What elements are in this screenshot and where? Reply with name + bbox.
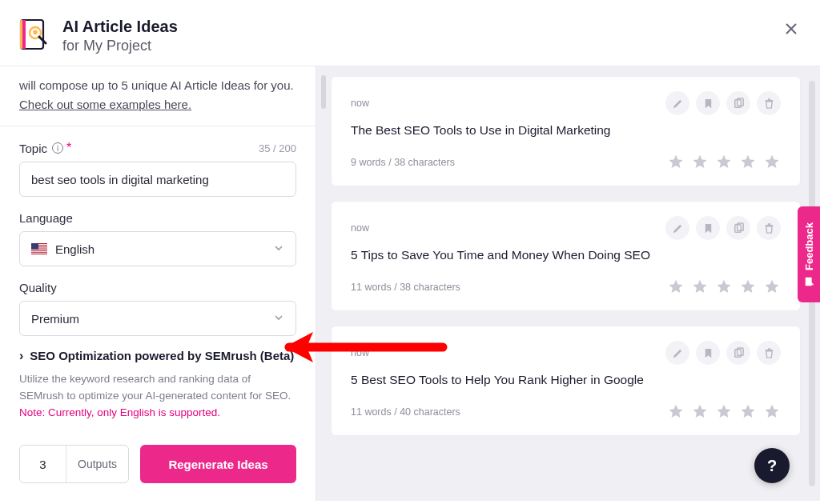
- delete-button[interactable]: [757, 341, 781, 365]
- bookmark-icon: [702, 347, 714, 359]
- trash-icon: [763, 98, 775, 110]
- star-icon[interactable]: [691, 154, 709, 171]
- copy-icon: [733, 347, 745, 359]
- page-subtitle: for My Project: [62, 38, 178, 54]
- star-icon[interactable]: [739, 278, 757, 296]
- copy-button[interactable]: [726, 216, 750, 240]
- bookmark-icon: [702, 222, 714, 234]
- copy-button[interactable]: [726, 341, 750, 365]
- rating-stars: [667, 403, 781, 421]
- result-title: 5 Tips to Save You Time and Money When D…: [351, 248, 781, 262]
- result-timestamp: now: [351, 222, 369, 234]
- required-marker: *: [66, 141, 71, 155]
- star-icon[interactable]: [715, 403, 733, 421]
- chat-icon: [803, 275, 814, 286]
- intro-text: will compose up to 5 unique AI Article I…: [0, 66, 316, 126]
- chevron-right-icon: ›: [19, 349, 23, 363]
- rating-stars: [667, 154, 781, 171]
- copy-icon: [733, 98, 745, 110]
- help-label: ?: [767, 457, 777, 475]
- star-icon[interactable]: [763, 154, 781, 171]
- chevron-down-icon: [273, 242, 284, 256]
- feedback-tab[interactable]: Feedback: [798, 206, 820, 302]
- result-card: now 5 Tips to Save You Time and Money Wh…: [331, 201, 801, 311]
- star-icon[interactable]: [667, 403, 685, 421]
- help-button[interactable]: ?: [754, 448, 790, 483]
- close-button[interactable]: [780, 18, 802, 40]
- chevron-down-icon: [273, 312, 284, 326]
- result-timestamp: now: [351, 347, 369, 358]
- outputs-box: Outputs: [19, 445, 129, 483]
- bookmark-button[interactable]: [696, 91, 720, 115]
- quality-value: Premium: [31, 312, 79, 326]
- star-icon[interactable]: [715, 154, 733, 171]
- edit-button[interactable]: [665, 341, 689, 365]
- bookmark-icon: [702, 98, 714, 110]
- language-select[interactable]: English: [19, 231, 296, 266]
- star-icon[interactable]: [691, 403, 709, 421]
- close-icon: [784, 22, 798, 36]
- regenerate-button[interactable]: Regenerate Ideas: [140, 445, 296, 483]
- left-panel: will compose up to 5 unique AI Article I…: [0, 66, 316, 501]
- delete-button[interactable]: [757, 91, 781, 115]
- copy-button[interactable]: [726, 91, 750, 115]
- pencil-icon: [672, 347, 684, 359]
- topic-input[interactable]: [19, 162, 296, 197]
- star-icon[interactable]: [739, 403, 757, 421]
- seo-title: SEO Optimization powered by SEMrush (Bet…: [30, 347, 294, 365]
- pencil-icon: [672, 222, 684, 234]
- app-logo-icon: [18, 18, 51, 51]
- result-card: now 5 Best SEO Tools to Help You Rank Hi…: [331, 326, 801, 436]
- star-icon[interactable]: [739, 154, 757, 171]
- flag-us-icon: [31, 243, 47, 254]
- star-icon[interactable]: [763, 278, 781, 296]
- result-meta: 11 words / 38 characters: [351, 282, 460, 293]
- svg-rect-10: [31, 251, 47, 252]
- star-icon[interactable]: [667, 154, 685, 171]
- quality-label: Quality: [19, 281, 57, 294]
- bookmark-button[interactable]: [696, 216, 720, 240]
- outputs-count-input[interactable]: [20, 446, 66, 482]
- svg-rect-12: [31, 243, 38, 250]
- intro-prefix: will compose up to 5 unique AI Article I…: [19, 78, 294, 92]
- outputs-label: Outputs: [66, 458, 128, 470]
- star-icon[interactable]: [667, 278, 685, 296]
- quality-select[interactable]: Premium: [19, 301, 296, 336]
- result-title: The Best SEO Tools to Use in Digital Mar…: [351, 123, 781, 138]
- topic-counter: 35 / 200: [259, 142, 296, 154]
- header: AI Article Ideas for My Project: [0, 0, 820, 66]
- result-meta: 11 words / 40 characters: [351, 406, 460, 418]
- svg-rect-2: [22, 20, 26, 49]
- edit-button[interactable]: [665, 216, 689, 240]
- result-meta: 9 words / 38 characters: [351, 157, 455, 168]
- language-label: Language: [19, 211, 73, 225]
- seo-desc-note: Note: Currently, only English is support…: [19, 406, 220, 418]
- topic-label: Topic: [19, 142, 47, 155]
- examples-link[interactable]: Check out some examples here.: [19, 98, 191, 111]
- results-panel: now The Best SEO Tools to Use in Digital…: [316, 66, 820, 501]
- result-timestamp: now: [351, 98, 369, 109]
- language-value: English: [55, 242, 94, 256]
- info-icon[interactable]: i: [52, 142, 63, 154]
- trash-icon: [763, 347, 775, 359]
- trash-icon: [763, 222, 775, 234]
- seo-expand-toggle[interactable]: › SEO Optimization powered by SEMrush (B…: [19, 347, 296, 365]
- page-title: AI Article Ideas: [62, 18, 178, 36]
- star-icon[interactable]: [715, 278, 733, 296]
- bookmark-button[interactable]: [696, 341, 720, 365]
- panel-divider[interactable]: [320, 72, 327, 504]
- star-icon[interactable]: [763, 403, 781, 421]
- bottom-bar: Outputs Regenerate Ideas: [0, 432, 316, 501]
- star-icon[interactable]: [691, 278, 709, 296]
- feedback-label: Feedback: [803, 222, 815, 270]
- rating-stars: [667, 278, 781, 296]
- seo-description: Utilize the keyword research and ranking…: [19, 371, 296, 422]
- edit-button[interactable]: [665, 91, 689, 115]
- svg-rect-9: [31, 250, 47, 250]
- svg-rect-11: [31, 253, 47, 254]
- pencil-icon: [672, 98, 684, 110]
- delete-button[interactable]: [757, 216, 781, 240]
- seo-desc-text: Utilize the keyword research and ranking…: [19, 373, 291, 402]
- copy-icon: [733, 222, 745, 234]
- result-title: 5 Best SEO Tools to Help You Rank Higher…: [351, 373, 781, 387]
